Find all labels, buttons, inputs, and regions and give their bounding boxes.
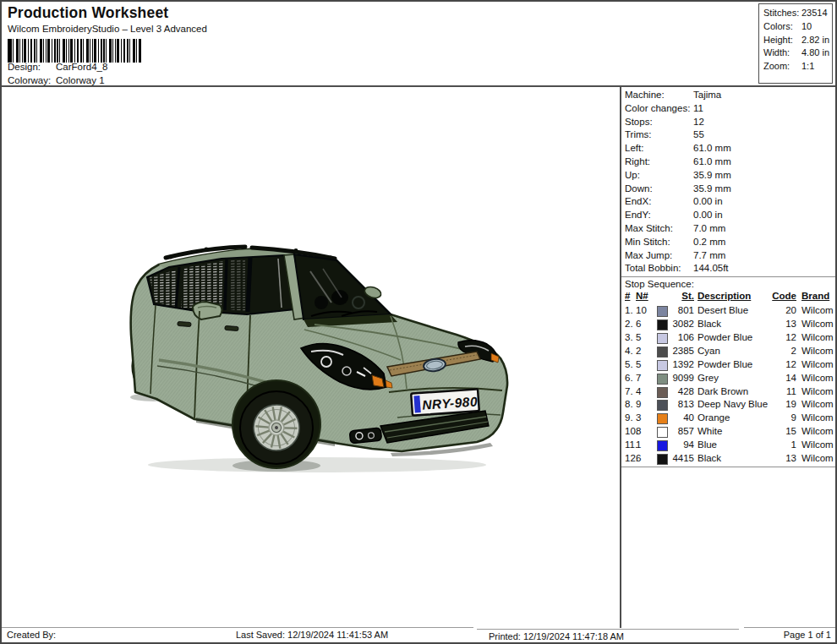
colorway-row: Colorway:Colorway 1 <box>8 75 105 85</box>
thread-code: 2 <box>763 345 796 358</box>
thread-code: 1 <box>763 439 796 452</box>
thread-code: 13 <box>763 452 796 466</box>
needle-number: 8 <box>636 425 641 439</box>
thread-brand: Wilcom <box>801 425 834 439</box>
col-header-st: St. <box>659 291 694 301</box>
thread-description: Powder Blue <box>698 331 752 345</box>
machine-info-row: Trims:55 <box>621 128 835 142</box>
stop-sequence-row: 3. 5 106 Powder Blue 12 Wilcom <box>621 331 835 345</box>
stitch-count: 857 <box>659 425 694 439</box>
stitch-count: 801 <box>659 304 694 318</box>
stop-sequence-title: Stop Sequence: <box>621 276 835 291</box>
stop-sequence-row: 8. 9 813 Deep Navy Blue 19 Wilcom <box>621 398 835 412</box>
stop-sequence-row: 7. 4 428 Dark Brown 11 Wilcom <box>621 385 835 399</box>
license-plate: NRY-980 <box>411 389 479 415</box>
machine-info-value: 12 <box>693 117 704 127</box>
thread-brand: Wilcom <box>801 345 834 358</box>
needle-number: 7 <box>636 372 641 385</box>
design-summary-box: Stitches:23514 Colors:10 Height:2.82 in … <box>758 3 833 84</box>
footer-page-number: Page 1 of 1 <box>744 627 835 641</box>
machine-info-row: Min Stitch:0.2 mm <box>621 236 835 249</box>
car-embroidery-illustration: NRY-980 <box>118 225 509 478</box>
stop-sequence-header: # N# St. Description Code Brand <box>621 291 835 304</box>
stop-sequence-row: 4. 2 2385 Cyan 2 Wilcom <box>621 345 835 358</box>
app-subtitle: Wilcom EmbroideryStudio – Level 3 Advanc… <box>8 24 207 34</box>
thread-brand: Wilcom <box>801 398 834 412</box>
machine-info-value: 35.9 mm <box>693 183 731 194</box>
col-header-description: Description <box>698 291 751 301</box>
machine-info-row: EndY:0.00 in <box>621 209 835 222</box>
thread-description: Deep Navy Blue <box>698 398 768 412</box>
row-number: 9. <box>625 412 633 425</box>
thread-description: Desert Blue <box>698 304 748 318</box>
machine-info-label: Down: <box>625 183 693 196</box>
thread-code: 12 <box>763 358 796 372</box>
machine-info-label: Up: <box>625 169 693 183</box>
thread-brand: Wilcom <box>801 439 834 452</box>
stop-sequence-row: 1. 10 801 Desert Blue 20 Wilcom <box>621 304 835 318</box>
machine-info-label: Total Bobbin: <box>625 262 693 276</box>
thread-description: Cyan <box>698 345 720 358</box>
col-header-code: Code <box>763 291 796 301</box>
thread-code: 13 <box>763 318 796 331</box>
machine-info-row: Down:35.9 mm <box>621 183 835 196</box>
col-header-n: N# <box>636 291 648 301</box>
machine-info-value: 0.2 mm <box>693 237 725 247</box>
thread-description: Grey <box>698 372 719 385</box>
machine-info-label: EndX: <box>625 195 693 209</box>
summary-value: 2.82 in <box>801 35 829 45</box>
machine-info-panel: Machine:Tajima Color changes:11 Stops:12… <box>620 87 835 628</box>
design-row: Design:CarFord4_8 <box>8 62 107 72</box>
stop-sequence-row: 2. 6 3082 Black 13 Wilcom <box>621 318 835 331</box>
row-number: 6. <box>625 372 633 385</box>
footer-created-by: Created By: <box>2 627 150 641</box>
row-number: 4. <box>625 345 633 358</box>
row-number: 5. <box>625 358 633 372</box>
thread-brand: Wilcom <box>801 385 834 399</box>
stop-sequence-row: 12. 6 4415 Black 13 Wilcom <box>621 452 835 466</box>
summary-label: Width: <box>763 46 801 60</box>
thread-code: 14 <box>763 372 796 385</box>
row-number: 3. <box>625 331 633 345</box>
thread-brand: Wilcom <box>801 358 834 372</box>
machine-info-value: Tajima <box>693 90 721 100</box>
machine-info-row: EndX:0.00 in <box>621 195 835 209</box>
summary-row: Colors:10 <box>763 20 832 34</box>
machine-info-row: Left:61.0 mm <box>621 142 835 156</box>
thread-code: 20 <box>763 304 796 318</box>
stitch-count: 40 <box>659 412 694 425</box>
row-number: 2. <box>625 318 633 331</box>
thread-description: Dark Brown <box>698 385 748 399</box>
machine-info-list: Machine:Tajima Color changes:11 Stops:12… <box>621 89 835 276</box>
machine-info-label: Machine: <box>625 89 693 102</box>
side-mirror <box>193 302 222 319</box>
machine-info-row: Machine:Tajima <box>621 89 835 102</box>
plate-euroband <box>413 396 420 412</box>
thread-brand: Wilcom <box>801 304 834 318</box>
footer-last-saved: Last Saved: 12/19/2024 11:41:53 AM <box>150 627 473 641</box>
thread-brand: Wilcom <box>801 412 834 425</box>
stitch-count: 1392 <box>659 358 694 372</box>
stop-sequence-table: 1. 10 801 Desert Blue 20 Wilcom 2. 6 308… <box>621 304 835 467</box>
thread-brand: Wilcom <box>801 372 834 385</box>
stop-sequence-row: 6. 7 9099 Grey 14 Wilcom <box>621 372 835 385</box>
summary-value: 4.80 in <box>801 47 829 57</box>
machine-info-row: Right:61.0 mm <box>621 156 835 169</box>
machine-info-label: EndY: <box>625 209 693 222</box>
footer-printed: Printed: 12/19/2024 11:47:18 AM <box>477 629 739 641</box>
machine-info-row: Total Bobbin:144.05ft <box>621 262 835 276</box>
worksheet-page: Production Worksheet Wilcom EmbroiderySt… <box>0 0 837 644</box>
summary-row: Height:2.82 in <box>763 34 832 47</box>
machine-info-value: 0.00 in <box>693 210 723 220</box>
machine-info-value: 55 <box>693 129 704 139</box>
stitch-count: 94 <box>659 439 694 452</box>
machine-info-row: Max Stitch:7.0 mm <box>621 222 835 236</box>
summary-label: Stitches: <box>763 7 801 20</box>
col-header-brand: Brand <box>801 291 829 301</box>
colorway-label: Colorway: <box>8 75 56 85</box>
row-number: 8. <box>625 398 633 412</box>
thread-code: 15 <box>763 425 796 439</box>
thread-brand: Wilcom <box>801 452 834 466</box>
needle-number: 6 <box>636 318 641 331</box>
machine-info-label: Color changes: <box>625 102 693 116</box>
